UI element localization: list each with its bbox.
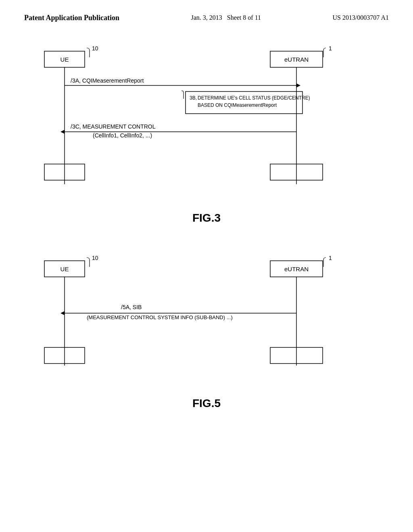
fig3-step3c-sub: (CellInfo1, CellInfo2, ...) bbox=[93, 132, 152, 139]
diagrams-container: UE 10 eUTRAN 1 /3A, CQIMeaserementReport… bbox=[0, 23, 413, 410]
fig5-eutran-ref: 1 bbox=[329, 255, 332, 261]
fig3-step3b-label: 3B, bbox=[190, 95, 197, 101]
fig5-eutran-label: eUTRAN bbox=[284, 266, 309, 272]
fig3-eutran-ref: 1 bbox=[329, 45, 332, 52]
fig5-step5a-label: /5A, SIB bbox=[121, 304, 142, 310]
fig3-step3c-label: /3C, MEASUREMENT CONTROL bbox=[71, 123, 156, 130]
svg-marker-8 bbox=[60, 130, 65, 134]
fig3-step3b-desc2: BASED ON CQIMeaserementReport bbox=[198, 102, 277, 108]
fig3-ue-ref: 10 bbox=[92, 45, 98, 52]
svg-marker-5 bbox=[296, 83, 300, 87]
fig3-diagram: UE 10 eUTRAN 1 /3A, CQIMeaserementReport… bbox=[24, 39, 389, 224]
fig5-diagram: UE 10 eUTRAN 1 /5A, SIB (MEASUREMENT CON… bbox=[24, 249, 389, 410]
fig3-svg: UE 10 eUTRAN 1 /3A, CQIMeaserementReport… bbox=[24, 39, 387, 208]
patent-number: US 2013/0003707 A1 bbox=[332, 13, 389, 23]
fig5-label: FIG.5 bbox=[24, 397, 389, 410]
page-header: Patent Application Publication Jan. 3, 2… bbox=[0, 0, 413, 23]
svg-marker-16 bbox=[60, 311, 65, 315]
fig3-step3a-label: /3A, CQIMeaserementReport bbox=[71, 77, 144, 84]
publication-date: Jan. 3, 2013 bbox=[191, 14, 222, 21]
fig5-ue-ref: 10 bbox=[92, 255, 98, 261]
fig5-step5a-desc: (MEASUREMENT CONTROL SYSTEM INFO (SUB-BA… bbox=[87, 314, 233, 320]
publication-title: Patent Application Publication bbox=[24, 13, 119, 23]
fig5-ue-label: UE bbox=[60, 266, 69, 272]
fig3-eutran-label: eUTRAN bbox=[284, 56, 309, 63]
fig3-ue-label: UE bbox=[60, 56, 69, 63]
sheet-info: Sheet 8 of 11 bbox=[227, 14, 261, 21]
header-center: Jan. 3, 2013 Sheet 8 of 11 bbox=[191, 13, 261, 23]
fig3-step3b-desc1: DETERMINE UE's CELL STATUS (EDGE/CENTRE) bbox=[198, 95, 310, 101]
fig3-label: FIG.3 bbox=[24, 212, 389, 224]
fig5-svg: UE 10 eUTRAN 1 /5A, SIB (MEASUREMENT CON… bbox=[24, 249, 387, 394]
